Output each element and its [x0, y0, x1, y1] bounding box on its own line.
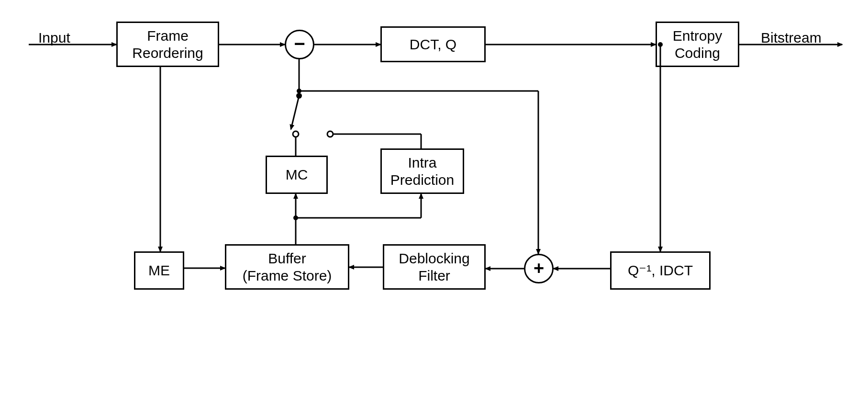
subtractor-node: −: [285, 30, 314, 59]
dct-q-block: DCT, Q: [380, 26, 486, 62]
svg-point-26: [297, 89, 301, 93]
intra-prediction-block: Intra Prediction: [380, 148, 464, 194]
svg-line-23: [291, 96, 299, 129]
mc-block: MC: [266, 156, 328, 194]
frame-reordering-block: Frame Reordering: [116, 22, 219, 67]
svg-point-15: [293, 215, 298, 220]
minus-symbol: −: [294, 33, 305, 55]
iq-idct-text: Q⁻¹, IDCT: [628, 262, 693, 279]
mc-text: MC: [286, 166, 308, 183]
dct-q-text: DCT, Q: [410, 36, 456, 53]
me-text: ME: [148, 262, 170, 279]
input-label: Input: [38, 30, 70, 46]
iq-idct-block: Q⁻¹, IDCT: [610, 251, 711, 290]
intra-prediction-text: Intra Prediction: [390, 154, 454, 189]
entropy-coding-block: Entropy Coding: [656, 22, 739, 67]
frame-reordering-text: Frame Reordering: [132, 27, 203, 62]
deblocking-text: Deblocking Filter: [399, 250, 469, 284]
plus-symbol: +: [534, 258, 544, 279]
deblocking-filter-block: Deblocking Filter: [383, 244, 486, 290]
svg-point-20: [327, 131, 333, 137]
encoder-block-diagram: Input Bitstream Frame Reordering − DCT, …: [0, 0, 868, 418]
buffer-text: Buffer (Frame Store): [243, 250, 332, 284]
svg-point-22: [296, 93, 302, 99]
bitstream-label: Bitstream: [761, 30, 822, 46]
entropy-coding-text: Entropy Coding: [673, 27, 722, 62]
me-block: ME: [134, 251, 184, 290]
svg-point-17: [293, 131, 299, 137]
buffer-block: Buffer (Frame Store): [225, 244, 349, 290]
adder-node: +: [524, 254, 554, 283]
